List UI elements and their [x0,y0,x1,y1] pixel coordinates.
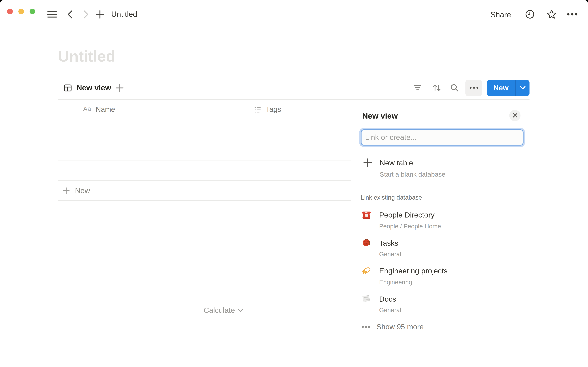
more-options-icon[interactable] [567,13,578,16]
table-row[interactable] [58,120,351,140]
new-table-subtitle: Start a blank database [380,170,445,178]
filter-icon[interactable] [413,83,422,92]
page-title[interactable]: Untitled [58,48,115,65]
title-property-icon: Aa [83,105,91,113]
panel-close-button[interactable] [509,110,521,121]
telephone-emoji [361,210,371,220]
table-row[interactable] [58,140,351,161]
chevron-down-icon [520,86,525,90]
share-button[interactable]: Share [490,10,511,19]
back-icon[interactable] [66,10,74,18]
table-row[interactable] [58,161,351,181]
table-view-icon [63,83,72,92]
favorite-star-icon[interactable] [546,9,557,20]
database-title: Tasks [379,239,398,247]
view-options-button[interactable] [465,80,482,96]
column-divider[interactable] [246,100,246,181]
database-location: General [379,250,401,258]
new-record-dropdown[interactable] [515,86,530,90]
column-header-name[interactable]: Name [96,105,115,113]
newspaper-emoji [361,294,371,304]
multi-select-list-icon [253,106,262,114]
ellipsis-icon [361,325,370,328]
add-row-label: New [75,181,90,201]
zoom-window-button[interactable] [29,8,35,14]
database-option-people-directory[interactable]: People Directory People / People Home [351,207,588,235]
updates-clock-icon[interactable] [525,9,535,19]
breadcrumb-page-title[interactable]: Untitled [111,10,137,19]
close-icon [513,113,517,118]
link-input-focus-ring [359,128,525,147]
traffic-lights [7,8,35,14]
plus-icon [363,158,372,167]
new-tab-plus-icon[interactable] [96,10,104,18]
column-header-tags[interactable]: Tags [266,105,281,113]
show-more-label: Show 95 more [376,321,424,333]
show-more-button[interactable]: Show 95 more [351,321,588,333]
sort-icon[interactable] [432,83,442,92]
forward-icon[interactable] [82,10,90,18]
search-icon[interactable] [450,83,459,92]
retina-stage: Untitled Share Untitled New view [0,0,588,367]
sidebar-menu-icon[interactable] [47,11,57,18]
minimize-window-button[interactable] [18,8,24,14]
add-row-button[interactable]: New [58,181,351,201]
view-toolbar: New view [58,77,530,98]
link-existing-database-heading: Link existing database [361,194,422,201]
add-view-plus-icon[interactable] [116,84,124,92]
calculate-button[interactable]: Calculate [204,300,243,320]
notion-window: Untitled Share Untitled New view [0,0,588,367]
calculate-label: Calculate [204,306,235,315]
ellipsis-icon [469,87,479,89]
tab-new-view[interactable]: New view [63,83,111,92]
link-or-create-input[interactable] [361,129,523,145]
table-header-row: Aa Name Tags [58,100,351,120]
backpack-emoji [361,238,371,248]
database-option-tasks[interactable]: Tasks General [351,235,588,263]
database-location: Engineering [379,278,412,286]
new-table-title: New table [380,158,413,167]
database-location: People / People Home [379,223,441,230]
new-record-button[interactable]: New [487,80,530,96]
new-view-panel: New view New table Start a blank databas… [351,100,588,367]
plus-icon [63,187,70,194]
close-window-button[interactable] [7,8,13,14]
database-option-docs[interactable]: Docs General [351,291,588,319]
chevron-down-icon [237,309,243,312]
database-location: General [379,307,401,314]
database-title: Engineering projects [379,267,448,275]
database-title: People Directory [379,211,434,219]
database-title: Docs [379,295,396,303]
database-option-engineering-projects[interactable]: Engineering projects Engineering [351,263,588,291]
panel-title: New view [362,111,398,120]
new-record-button-label: New [487,83,515,92]
dizzy-emoji [361,266,371,275]
view-tab-label: New view [77,83,111,92]
